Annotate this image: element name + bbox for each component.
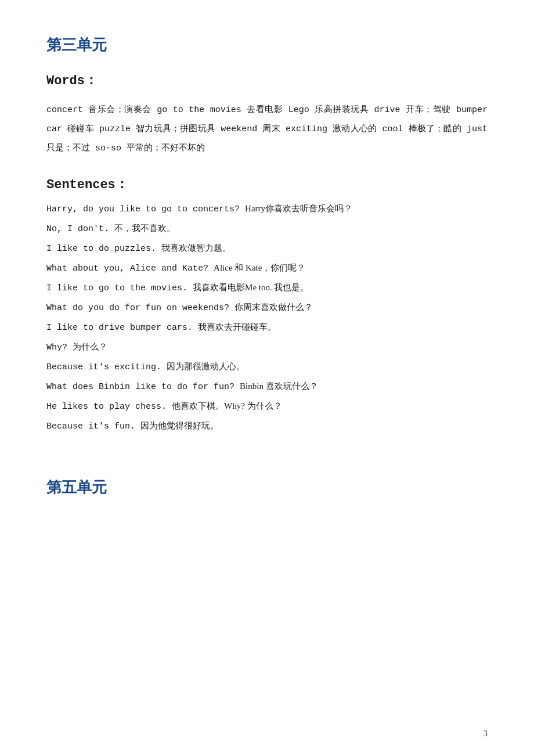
sentence-cn: 不，我不喜欢。	[114, 224, 175, 233]
sentence-cn: 为什么？	[73, 342, 107, 351]
sentence-en: He likes to play chess.	[46, 402, 167, 412]
sentence-en: I like to drive bumper cars.	[46, 323, 193, 333]
sentence-en: Because it's exciting.	[46, 362, 161, 372]
sentence-cn: 你周末喜欢做什么？	[234, 303, 313, 312]
sentence-cn: 我喜欢做智力题。	[161, 243, 231, 253]
sentence-en: What does Binbin like to do for fun?	[46, 382, 234, 392]
sentence-line: He likes to play chess. 他喜欢下棋。Why? 为什么？	[46, 402, 488, 411]
sentence-cn: 因为那很激动人心。	[167, 362, 245, 371]
sentence-en: What do you do for fun on weekends?	[46, 303, 229, 313]
page-number: 3	[484, 729, 488, 739]
sentence-cn: Binbin 喜欢玩什么？	[240, 381, 318, 391]
sentence-en: What about you, Alice and Kate?	[46, 264, 208, 273]
sentence-cn: Alice 和 Kate，你们呢？	[214, 263, 305, 272]
sentence-en: I like to go to the movies.	[46, 283, 187, 293]
words-subsection: Words： concert 音乐会；演奏会 go to the movies …	[46, 71, 488, 158]
section5-title: 第五单元	[46, 477, 488, 498]
sentence-en: I like to do puzzles.	[46, 244, 156, 254]
sentence-cn: Harry你喜欢去听音乐会吗？	[245, 204, 352, 213]
sentences-label: Sentences：	[46, 175, 488, 193]
sentences-list: Harry, do you like to go to concerts? Ha…	[46, 204, 488, 431]
sentence-cn: 他喜欢下棋。Why? 为什么？	[172, 401, 282, 411]
sentence-line: Harry, do you like to go to concerts? Ha…	[46, 204, 488, 214]
sentence-line: I like to do puzzles. 我喜欢做智力题。	[46, 244, 488, 253]
sentence-line: What does Binbin like to do for fun? Bin…	[46, 382, 488, 391]
words-label: Words：	[46, 71, 488, 89]
sentence-line: No, I don't. 不，我不喜欢。	[46, 224, 488, 233]
sentence-line: Because it's exciting. 因为那很激动人心。	[46, 362, 488, 372]
section3-title: 第三单元	[46, 35, 488, 55]
sentence-line: Because it's fun. 因为他觉得很好玩。	[46, 422, 488, 431]
sentence-line: Why? 为什么？	[46, 343, 488, 352]
sentence-en: Why?	[46, 343, 67, 352]
sentence-en: Because it's fun.	[46, 422, 135, 431]
sentences-subsection: Sentences： Harry, do you like to go to c…	[46, 175, 488, 431]
sentence-line: What about you, Alice and Kate? Alice 和 …	[46, 264, 488, 273]
sentence-line: I like to go to the movies. 我喜欢看电影Me too…	[46, 283, 488, 293]
sentence-en: No, I don't.	[46, 224, 109, 234]
sentence-line: What do you do for fun on weekends? 你周末喜…	[46, 303, 488, 312]
sentence-cn: 我喜欢去开碰碰车。	[198, 322, 276, 332]
sentence-cn: 因为他觉得很好玩。	[140, 421, 219, 430]
sentence-en: Harry, do you like to go to concerts?	[46, 204, 240, 214]
sentence-cn: 我喜欢看电影Me too. 我也是。	[193, 283, 309, 292]
words-content: concert 音乐会；演奏会 go to the movies 去看电影 Le…	[46, 100, 488, 158]
sentence-line: I like to drive bumper cars. 我喜欢去开碰碰车。	[46, 323, 488, 332]
